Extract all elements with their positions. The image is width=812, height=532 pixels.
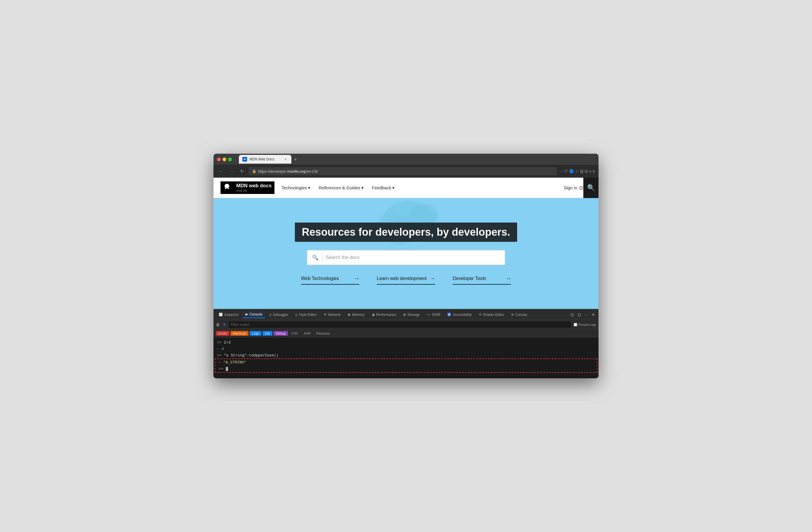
console-line: ← 4 <box>214 346 598 352</box>
svg-point-13 <box>429 221 430 222</box>
maximize-button[interactable] <box>228 158 232 161</box>
menu-button[interactable]: ··· <box>559 169 563 174</box>
svg-point-26 <box>395 216 397 217</box>
nav-feedback[interactable]: Feedback ▾ <box>372 185 395 190</box>
persist-logs-checkbox[interactable] <box>574 323 577 326</box>
devtools-tab-inspector[interactable]: ⬜ Inspector <box>216 312 242 318</box>
devtools-tab-storage[interactable]: ▤ Storage <box>400 312 423 318</box>
nav-right: Sign in ⊙ <box>564 185 583 191</box>
hero-section: Resources for developers, by developers.… <box>214 198 598 309</box>
nav-links: Technologies ▾ References & Guides ▾ Fee… <box>281 185 564 190</box>
svg-point-12 <box>424 217 426 219</box>
console-output-value: 4 <box>222 347 224 351</box>
filter-icon: ▼ <box>222 322 226 327</box>
search-button[interactable]: 🔍 <box>583 178 598 198</box>
xhr-filter-button[interactable]: XHR <box>301 331 313 336</box>
cursor <box>226 367 228 371</box>
filter-input[interactable]: Filter output <box>229 321 572 328</box>
pocket-icon[interactable]: 🔵 <box>569 169 574 174</box>
devtools-close-button[interactable]: ✕ <box>590 312 596 318</box>
url-bar[interactable]: 🔒 https://developer.mozilla.org/en-US/ <box>248 167 557 175</box>
warnings-filter-button[interactable]: Warnings <box>230 331 248 336</box>
clear-console-button[interactable]: 🗑 <box>216 322 220 327</box>
log-levels-bar: Errors Warnings Logs Info Debug CSS XHR … <box>214 329 598 337</box>
logs-filter-button[interactable]: Logs <box>250 331 261 336</box>
address-bar: ← → ↻ 🔒 https://developer.mozilla.org/en… <box>214 165 598 178</box>
hero-link-developer-tools[interactable]: Developer Tools → <box>453 276 511 285</box>
network-icon: ⬍ <box>324 313 327 316</box>
hero-title: Resources for developers, by developers. <box>295 222 517 242</box>
output-prompt: ← <box>217 347 219 351</box>
mdn-nav: MDN web docs moz://a Technologies ▾ Refe… <box>214 178 598 198</box>
shader-editor-icon: ✉ <box>479 313 481 316</box>
svg-point-9 <box>411 215 413 216</box>
svg-point-25 <box>391 219 392 221</box>
debug-filter-button[interactable]: Debug <box>274 331 288 336</box>
persist-logs-toggle[interactable]: Persist Logs <box>574 323 596 326</box>
back-button[interactable]: ← <box>217 167 225 175</box>
css-filter-button[interactable]: CSS <box>289 331 301 336</box>
devtools-tab-network[interactable]: ⬍ Network <box>321 312 344 318</box>
memory-icon: ◉ <box>348 313 351 316</box>
devtools-tab-accessibility[interactable]: ♿ Accessibility <box>444 312 475 318</box>
toolbar-right: ··· 🛡 🔵 ☆ ||| ⊡ » ≡ <box>559 169 595 174</box>
devtools-tab-console[interactable]: ▶ Console <box>243 311 265 318</box>
bookmark-icon[interactable]: ☆ <box>575 169 579 174</box>
requests-filter-button[interactable]: Requests <box>314 331 332 336</box>
minimize-button[interactable] <box>222 158 226 161</box>
devtools-tab-style-editor[interactable]: {} Style Editor <box>292 312 320 318</box>
search-icon: 🔍 <box>587 184 595 192</box>
devtools-tab-debugger[interactable]: {} Debugger <box>266 312 291 318</box>
mdn-logo[interactable]: MDN web docs moz://a <box>220 182 274 194</box>
input-prompt: >> <box>217 340 222 345</box>
debugger-icon: {} <box>269 313 271 316</box>
shield-icon[interactable]: 🛡 <box>564 169 568 174</box>
tab-close-button[interactable]: ✕ <box>283 157 288 162</box>
mdn-logo-icon <box>220 182 233 194</box>
tab-bar: M MDN Web Docs ✕ + <box>236 155 595 163</box>
console-output-string: "A_STRING" <box>223 360 246 364</box>
browser-tab[interactable]: M MDN Web Docs ✕ <box>239 155 291 163</box>
devtools-split-button[interactable]: ⊡ <box>576 312 582 318</box>
devtools-tab-dom[interactable]: <> DOM <box>424 312 443 318</box>
console-input-text: 2+2 <box>224 340 231 345</box>
console-input-text: "a String".toUpperCase() <box>224 353 278 358</box>
hamburger-icon[interactable]: ≡ <box>593 169 595 174</box>
hero-links: Web Technologies → Learn web development… <box>301 276 511 285</box>
new-tab-button[interactable]: + <box>291 156 300 163</box>
close-button[interactable] <box>217 158 221 161</box>
forward-button[interactable]: → <box>228 167 236 175</box>
browser-window: M MDN Web Docs ✕ + ← → ↻ 🔒 https://devel… <box>214 154 598 378</box>
devtools-tab-canvas[interactable]: ⊞ Canvas <box>508 312 530 318</box>
nav-references-guides[interactable]: References & Guides ▾ <box>319 185 364 190</box>
nav-technologies[interactable]: Technologies ▾ <box>281 185 310 190</box>
svg-point-8 <box>407 218 408 220</box>
overflow-icon[interactable]: » <box>589 169 592 174</box>
sync-icon[interactable]: ⊡ <box>584 169 588 174</box>
sign-in-button[interactable]: Sign in ⊙ <box>564 185 583 191</box>
cursor-prompt: >> <box>219 366 223 371</box>
mdn-logo-text: MDN web docs moz://a <box>233 182 274 194</box>
console-cursor-line[interactable]: >> <box>215 365 597 372</box>
search-box[interactable]: 🔍 Search the docs <box>307 250 505 265</box>
accessibility-icon: ♿ <box>447 313 451 316</box>
devtools-tab-performance[interactable]: ◕ Performance <box>369 312 399 318</box>
devtools-tab-memory[interactable]: ◉ Memory <box>345 312 367 318</box>
search-input[interactable]: Search the docs <box>326 255 360 260</box>
devtools-more-button[interactable]: ··· <box>583 312 589 318</box>
refresh-button[interactable]: ↻ <box>238 167 246 175</box>
search-box-icon: 🔍 <box>312 254 319 261</box>
console-icon: ▶ <box>246 312 248 316</box>
devtools-dock-button[interactable]: ⊡ <box>569 312 575 318</box>
storage-icon: ▤ <box>403 313 406 316</box>
output-prompt: ← <box>219 360 221 364</box>
hero-link-learn-web[interactable]: Learn web development → <box>377 276 435 285</box>
devtools-tab-shader-editor[interactable]: ✉ Shader Editor <box>476 312 507 318</box>
search-divider <box>322 254 322 262</box>
traffic-lights <box>217 158 232 161</box>
devtools-panel: ⬜ Inspector ▶ Console {} Debugger {} Sty… <box>214 309 598 378</box>
info-filter-button[interactable]: Info <box>262 331 272 336</box>
hero-link-web-technologies[interactable]: Web Technologies → <box>301 276 359 285</box>
library-icon[interactable]: ||| <box>580 169 583 174</box>
errors-filter-button[interactable]: Errors <box>216 331 229 336</box>
